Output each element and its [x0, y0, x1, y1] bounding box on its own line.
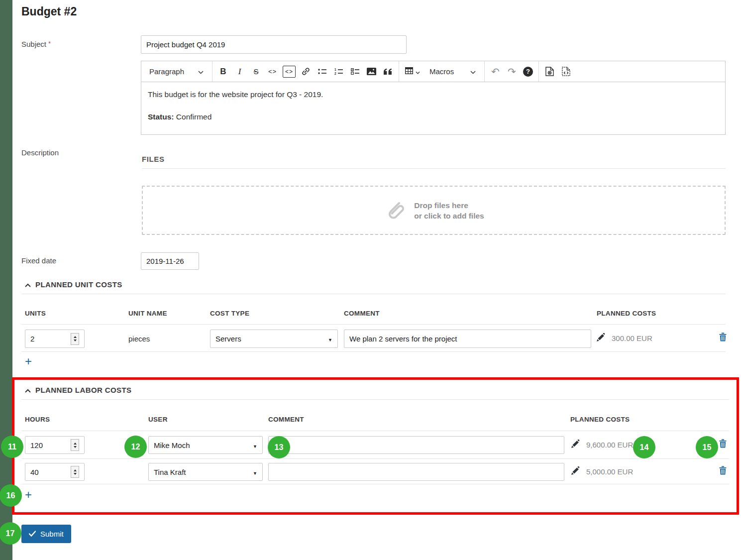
- chevron-up-icon: [25, 280, 31, 289]
- unit-comment-value: We plan 2 servers for the project: [349, 335, 457, 343]
- source-icon[interactable]: [558, 61, 574, 82]
- cost-type-select[interactable]: Servers: [210, 330, 338, 348]
- section-divider: [21, 399, 729, 400]
- code-block-icon[interactable]: [283, 66, 296, 78]
- labor-comment-input[interactable]: [268, 436, 564, 454]
- delete-unit-row-button[interactable]: [718, 333, 727, 343]
- toolbar-separator: [399, 61, 399, 82]
- row-divider: [21, 484, 729, 484]
- todo-list-icon[interactable]: [347, 61, 363, 82]
- insert-table-dropdown[interactable]: [402, 61, 423, 82]
- chevron-up-icon: [25, 386, 31, 394]
- annotation-badge-15: 15: [696, 436, 718, 458]
- description-editor-body[interactable]: This budget is for the website project f…: [141, 82, 725, 134]
- cost-type-value: Servers: [215, 335, 241, 343]
- svg-text:2: 2: [334, 72, 336, 75]
- pencil-icon: [571, 466, 580, 477]
- spinner-arrows-icon[interactable]: [71, 333, 79, 345]
- subject-label-text: Subject: [21, 40, 46, 48]
- fixed-date-label: Fixed date: [21, 256, 56, 265]
- user-select[interactable]: Mike Moch: [148, 436, 263, 454]
- insert-table-icon: [405, 67, 413, 76]
- unit-comment-input[interactable]: We plan 2 servers for the project: [344, 330, 591, 348]
- col-header-unit-name: UNIT NAME: [128, 310, 167, 317]
- labor-cost-amount: 5,000.00 EUR: [586, 467, 633, 476]
- bulleted-list-icon[interactable]: [314, 61, 330, 82]
- undo-icon[interactable]: [487, 61, 504, 82]
- strikethrough-icon[interactable]: [248, 61, 264, 82]
- annotation-badge-16: 16: [0, 484, 22, 507]
- editor-toolbar: Paragraph 12: [141, 61, 725, 82]
- toolbar-separator: [484, 61, 485, 82]
- trash-icon: [719, 439, 727, 450]
- hours-input[interactable]: 40: [25, 463, 85, 481]
- labor-comment-input[interactable]: [268, 463, 564, 481]
- submit-button[interactable]: Submit: [21, 525, 71, 543]
- labor-planned-costs[interactable]: 5,000.00 EUR: [571, 466, 633, 477]
- spinner-arrows-icon[interactable]: [71, 439, 79, 451]
- check-icon: [29, 530, 36, 538]
- toolbar-separator: [538, 61, 539, 82]
- image-icon[interactable]: [363, 61, 380, 82]
- inline-code-icon[interactable]: [264, 61, 281, 82]
- trash-icon: [719, 466, 727, 477]
- unit-costs-heading: PLANNED UNIT COSTS: [35, 280, 122, 289]
- unit-planned-costs[interactable]: 300.00 EUR: [597, 333, 652, 343]
- user-select[interactable]: Tina Kraft: [148, 463, 263, 481]
- col-header-comment: COMMENT: [268, 416, 304, 423]
- add-unit-cost-button[interactable]: +: [25, 355, 32, 367]
- trash-icon: [719, 333, 727, 343]
- unit-cost-amount: 300.00 EUR: [612, 334, 652, 342]
- labor-planned-costs[interactable]: 9,600.00 EUR: [571, 440, 633, 450]
- col-header-planned-costs: PLANNED COSTS: [597, 310, 656, 317]
- select-arrow-icon: [328, 335, 332, 343]
- dropzone-line2: or click to add files: [414, 211, 484, 221]
- add-labor-cost-button[interactable]: +: [25, 489, 32, 501]
- spinner-arrows-icon[interactable]: [71, 466, 79, 478]
- help-icon[interactable]: [523, 67, 533, 77]
- labor-costs-collapse-header[interactable]: PLANNED LABOR COSTS: [25, 386, 131, 394]
- col-header-user: USER: [148, 416, 168, 423]
- svg-text:1: 1: [334, 68, 336, 71]
- row-divider: [21, 351, 726, 352]
- delete-labor-row-button[interactable]: [718, 466, 727, 476]
- link-icon[interactable]: [298, 61, 314, 82]
- fixed-date-value: 2019-11-26: [146, 257, 184, 265]
- italic-icon[interactable]: [231, 61, 248, 82]
- macros-dropdown[interactable]: Macros: [423, 61, 482, 82]
- fixed-date-input[interactable]: 2019-11-26: [141, 252, 199, 270]
- annotation-badge-17: 17: [0, 522, 21, 545]
- subject-input[interactable]: Project budget Q4 2019: [141, 35, 407, 54]
- status-label: Status:: [148, 112, 174, 121]
- preview-icon[interactable]: [541, 61, 558, 82]
- units-input[interactable]: 2: [25, 330, 85, 348]
- bold-icon[interactable]: [215, 61, 231, 82]
- sidebar-edge: [0, 0, 12, 560]
- hours-value: 40: [30, 468, 39, 476]
- row-divider: [21, 458, 729, 459]
- file-dropzone[interactable]: Drop files here or click to add files: [142, 186, 726, 235]
- numbered-list-icon[interactable]: 12: [330, 61, 347, 82]
- macros-label: Macros: [429, 67, 465, 76]
- hours-input[interactable]: 120: [25, 436, 85, 454]
- dropzone-line1: Drop files here: [414, 200, 484, 211]
- pencil-icon: [571, 440, 580, 450]
- labor-costs-heading: PLANNED LABOR COSTS: [35, 386, 131, 394]
- page-title: Budget #2: [21, 5, 77, 18]
- subject-label: Subject*: [21, 40, 51, 48]
- section-divider: [21, 294, 726, 294]
- block-quote-icon[interactable]: [380, 61, 396, 82]
- labor-cost-amount: 9,600.00 EUR: [586, 441, 633, 449]
- col-header-cost-type: COST TYPE: [210, 310, 249, 317]
- select-arrow-icon: [253, 441, 257, 449]
- annotation-badge-13: 13: [268, 436, 290, 458]
- unit-costs-collapse-header[interactable]: PLANNED UNIT COSTS: [25, 280, 122, 289]
- unit-name-cell: pieces: [128, 335, 150, 343]
- files-divider: [142, 168, 726, 169]
- redo-icon[interactable]: [504, 61, 520, 82]
- paragraph-format-dropdown[interactable]: Paragraph: [143, 61, 210, 82]
- user-value: Tina Kraft: [154, 468, 186, 476]
- col-header-planned-costs: PLANNED COSTS: [570, 416, 630, 423]
- paragraph-format-label: Paragraph: [149, 67, 193, 76]
- delete-labor-row-button[interactable]: [718, 440, 727, 449]
